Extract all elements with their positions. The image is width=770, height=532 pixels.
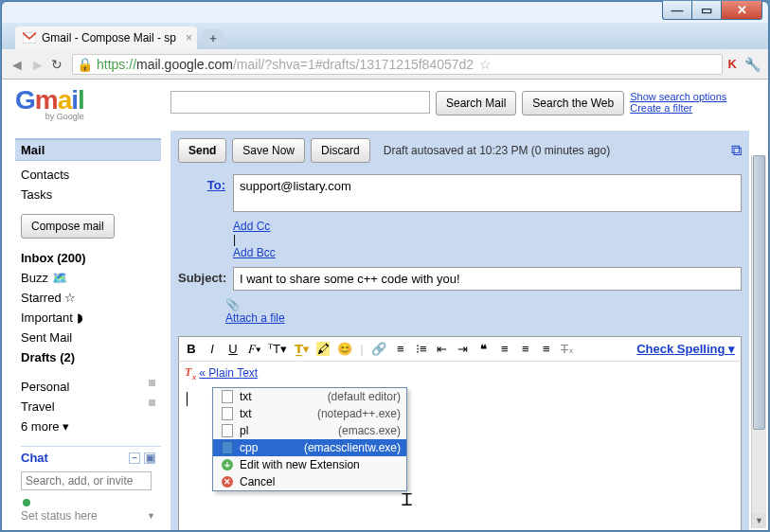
ibeam-cursor-icon: Ꮖ — [402, 490, 413, 510]
doc-icon — [219, 407, 236, 421]
nav-sent[interactable]: Sent Mail — [21, 328, 161, 347]
ctx-item-txt-default[interactable]: txt (default editor) — [213, 388, 406, 405]
link-button[interactable]: 🔗 — [371, 342, 386, 356]
tab-title: Gmail - Compose Mail - sp — [42, 31, 176, 44]
search-mail-button[interactable]: Search Mail — [436, 91, 516, 115]
highlight-button[interactable]: 🖍 — [316, 342, 330, 356]
to-field[interactable]: support@listary.com — [233, 174, 742, 212]
italic-button[interactable]: I — [206, 342, 219, 356]
chat-popout-icon[interactable]: ▣ — [144, 452, 155, 464]
save-now-button[interactable]: Save Now — [232, 138, 305, 163]
ctx-item-pl-emacs[interactable]: pl (emacs.exe) — [213, 422, 406, 439]
tab-strip: Gmail - Compose Mail - sp × + — [2, 23, 768, 49]
align-left-button[interactable]: ≡ — [498, 342, 511, 356]
popout-icon[interactable]: ⧉ — [731, 142, 742, 159]
outdent-button[interactable]: ⇤ — [436, 342, 449, 356]
emoji-button[interactable]: 😊 — [337, 342, 352, 356]
doc-icon — [219, 424, 236, 438]
search-input[interactable] — [170, 91, 430, 114]
add-bcc-link[interactable]: Add Bcc — [233, 246, 742, 259]
browser-tab[interactable]: Gmail - Compose Mail - sp × — [15, 27, 197, 49]
set-status-link[interactable]: Set status here — [21, 509, 98, 523]
presence-icon — [23, 499, 30, 506]
gmail-logo: Gmail by Google — [15, 85, 84, 121]
bold-button[interactable]: B — [185, 342, 198, 356]
subject-field[interactable] — [233, 267, 742, 291]
chat-minimize-icon[interactable]: – — [129, 452, 140, 464]
check-spelling-link[interactable]: Check Spelling ▾ — [636, 342, 735, 356]
quote-button[interactable]: ❝ — [477, 342, 491, 356]
tab-close-icon[interactable]: × — [186, 31, 192, 44]
url-host: mail.google.com — [136, 57, 233, 72]
url-protocol: https:// — [97, 57, 136, 72]
nav-more[interactable]: 6 more ▾ — [21, 417, 161, 436]
nav-inbox[interactable]: Inbox (200) — [21, 248, 161, 268]
text-color-button[interactable]: T̲▾ — [295, 342, 309, 356]
paperclip-icon: 📎 — [225, 298, 240, 311]
nav-drafts[interactable]: Drafts (2) — [21, 347, 161, 367]
nav-mail[interactable]: Mail — [15, 138, 161, 161]
nav-important[interactable]: Important ◗ — [21, 308, 161, 328]
nav-label-travel[interactable]: Travel — [21, 397, 161, 417]
format-toolbar: B I U 𝐹▾ ᵀT▾ T̲▾ 🖍 😊 | 🔗 ≡ ⁝≡ ⇤ ⇥ ❝ ≡ ≡ … — [178, 336, 742, 361]
left-nav: Mail Contacts Tasks Compose mail Inbox (… — [2, 80, 161, 530]
chat-search-input[interactable] — [21, 471, 152, 490]
ctx-item-cpp-emacs[interactable]: cpp (emacsclientw.exe) — [213, 439, 406, 456]
ctx-item-cancel[interactable]: ✕ Cancel — [213, 473, 406, 490]
nav-tasks[interactable]: Tasks — [21, 185, 161, 204]
scroll-thumb[interactable] — [753, 155, 765, 430]
compose-mail-button[interactable]: Compose mail — [21, 214, 115, 239]
settings-wrench-icon[interactable]: 🔧 — [744, 57, 761, 72]
bullet-list-button[interactable]: ⁝≡ — [415, 342, 428, 356]
page-scrollbar[interactable]: ▼ — [751, 155, 766, 528]
reload-button[interactable]: ↻ — [51, 57, 66, 72]
numbered-list-button[interactable]: ≡ — [394, 342, 407, 356]
doc-icon — [219, 390, 236, 404]
minimize-button[interactable]: — — [662, 1, 692, 20]
text-caret — [187, 392, 188, 406]
search-web-button[interactable]: Search the Web — [522, 91, 624, 115]
ctx-item-new-extension[interactable]: + Edit with new Extension — [213, 456, 406, 473]
nav-starred[interactable]: Starred ☆ — [21, 288, 161, 308]
ctx-item-txt-notepad[interactable]: txt (notepad++.exe) — [213, 405, 406, 422]
attach-file-link[interactable]: Attach a file — [225, 311, 742, 325]
create-filter-link[interactable]: Create a filter — [630, 102, 726, 114]
back-button[interactable]: ◄ — [9, 57, 25, 72]
font-size-button[interactable]: ᵀT▾ — [268, 342, 287, 356]
subject-label: Subject: — [178, 267, 233, 285]
titlebar: — ▭ ✕ — [2, 2, 768, 23]
align-right-button[interactable]: ≡ — [540, 342, 553, 356]
forward-button[interactable]: ► — [30, 57, 45, 72]
listary-context-menu: txt (default editor) txt (notepad++.exe)… — [212, 387, 407, 491]
close-button[interactable]: ✕ — [721, 1, 762, 20]
status-dropdown-icon[interactable]: ▼ — [147, 511, 155, 521]
indent-button[interactable]: ⇥ — [457, 342, 470, 356]
new-tab-button[interactable]: + — [203, 29, 224, 46]
gmail-favicon — [23, 31, 36, 44]
maximize-button[interactable]: ▭ — [691, 1, 722, 20]
extension-icon[interactable]: K — [728, 57, 737, 71]
chat-label: Chat — [21, 451, 48, 465]
font-family-button[interactable]: 𝐹▾ — [247, 342, 260, 357]
add-cc-link[interactable]: Add Cc — [233, 220, 742, 233]
nav-contacts[interactable]: Contacts — [21, 165, 161, 185]
lock-icon: 🔒 — [77, 57, 93, 72]
chat-header: Chat – ▣ — [21, 446, 161, 469]
align-center-button[interactable]: ≡ — [519, 342, 532, 356]
bookmark-star-icon[interactable]: ☆ — [479, 57, 492, 72]
discard-button[interactable]: Discard — [311, 138, 370, 163]
scroll-down-button[interactable]: ▼ — [752, 513, 766, 528]
to-label[interactable]: To: — [178, 174, 233, 192]
send-button[interactable]: Send — [178, 138, 226, 163]
search-area: Search Mail Search the Web Show search o… — [170, 91, 726, 115]
nav-buzz[interactable]: Buzz 🗺️ — [21, 268, 161, 288]
remove-formatting-icon[interactable]: T — [185, 365, 191, 380]
underline-button[interactable]: U — [226, 342, 240, 356]
address-bar[interactable]: 🔒 https://mail.google.com/mail/?shva=1#d… — [72, 54, 723, 75]
nav-label-personal[interactable]: Personal — [21, 377, 161, 397]
show-search-options-link[interactable]: Show search options — [630, 91, 726, 102]
browser-toolbar: ◄ ► ↻ 🔒 https://mail.google.com/mail/?sh… — [2, 49, 768, 80]
remove-format-button[interactable]: T̶ₓ — [561, 342, 574, 356]
plain-text-link[interactable]: « Plain Text — [199, 366, 258, 380]
add-icon: + — [219, 458, 236, 472]
